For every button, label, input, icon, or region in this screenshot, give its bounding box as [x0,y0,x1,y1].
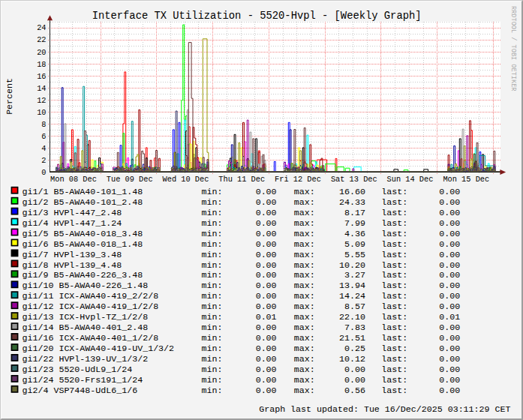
svg-text:max:: max: [294,312,315,322]
svg-text:20: 20 [37,48,46,57]
svg-text:0.00: 0.00 [256,280,277,290]
svg-text:min:: min: [202,344,223,353]
svg-text:last:: last: [381,187,407,196]
svg-text:0.00: 0.00 [439,333,460,343]
svg-text:min:: min: [202,364,223,374]
svg-text:last:: last: [381,354,407,364]
svg-text:0.01: 0.01 [256,312,277,322]
svg-text:7.99: 7.99 [344,218,365,228]
svg-text:0.25: 0.25 [344,344,365,353]
svg-text:0.00: 0.00 [439,354,460,364]
svg-text:24: 24 [37,23,46,32]
svg-text:22: 22 [37,35,46,44]
svg-text:gi1/7 HVPl-139_3.48: gi1/7 HVPl-139_3.48 [23,250,122,260]
svg-text:last:: last: [381,280,407,290]
svg-text:5.55: 5.55 [344,250,365,260]
svg-text:0.56: 0.56 [344,386,365,395]
svg-text:last:: last: [381,208,407,218]
svg-text:Wed 10 Dec: Wed 10 Dec [163,175,209,184]
svg-text:min:: min: [202,197,223,207]
svg-text:max:: max: [294,229,315,238]
svg-text:last:: last: [381,322,407,332]
svg-text:8.57: 8.57 [344,302,365,311]
svg-text:gi1/14 B5-AWA40-401_2.48: gi1/14 B5-AWA40-401_2.48 [23,322,149,332]
svg-text:0.00: 0.00 [256,386,277,395]
svg-text:last:: last: [381,375,407,385]
svg-text:8: 8 [41,120,46,129]
svg-text:12: 12 [37,96,46,105]
svg-text:0.00: 0.00 [256,302,277,311]
svg-text:0.00: 0.00 [256,250,277,260]
svg-text:0.00: 0.00 [256,239,277,249]
svg-text:min:: min: [202,280,223,290]
svg-text:Interface TX Utilization - 552: Interface TX Utilization - 5520-Hvpl - [… [92,10,422,22]
svg-text:2: 2 [41,156,46,165]
svg-text:min:: min: [202,208,223,218]
svg-text:max:: max: [294,197,315,207]
svg-text:0.00: 0.00 [439,364,460,374]
svg-text:last:: last: [381,250,407,260]
svg-text:0.00: 0.00 [439,218,460,228]
svg-text:0.00: 0.00 [439,187,460,196]
svg-text:gi1/16 ICX-AWA40-401_1/2/8: gi1/16 ICX-AWA40-401_1/2/8 [23,333,159,343]
svg-text:Graph last updated: Tue 16/Dec: Graph last updated: Tue 16/Dec/2025 03:1… [259,404,510,414]
svg-text:21.51: 21.51 [339,333,365,343]
svg-text:10: 10 [37,108,46,117]
svg-text:min:: min: [202,250,223,260]
svg-text:13.94: 13.94 [339,280,365,290]
svg-text:max:: max: [294,386,315,395]
svg-text:max:: max: [294,291,315,301]
svg-text:max:: max: [294,218,315,228]
svg-text:gi1/9 B5-AWA40-226_3.48: gi1/9 B5-AWA40-226_3.48 [23,270,143,280]
svg-text:0.00: 0.00 [439,239,460,249]
svg-text:0.00: 0.00 [256,375,277,385]
svg-text:min:: min: [202,218,223,228]
svg-text:max:: max: [294,208,315,218]
svg-text:last:: last: [381,312,407,322]
svg-text:gi1/13 ICX-Hvpl-TZ_1/2/8: gi1/13 ICX-Hvpl-TZ_1/2/8 [23,312,149,322]
svg-text:0.00: 0.00 [439,375,460,385]
svg-text:max:: max: [294,260,315,270]
svg-text:min:: min: [202,354,223,364]
svg-text:0.00: 0.00 [256,344,277,353]
svg-text:min:: min: [202,312,223,322]
svg-text:last:: last: [381,239,407,249]
svg-text:8.17: 8.17 [344,208,365,218]
svg-text:last:: last: [381,302,407,311]
svg-text:0.00: 0.00 [439,208,460,218]
svg-text:0.00: 0.00 [344,364,365,374]
svg-text:min:: min: [202,386,223,395]
svg-text:Sat 13 Dec: Sat 13 Dec [331,175,377,184]
svg-text:14.24: 14.24 [339,291,365,301]
svg-text:max:: max: [294,322,315,332]
svg-text:0.00: 0.00 [439,280,460,290]
svg-text:max:: max: [294,187,315,196]
svg-text:RRDTOOL / TOBI OETIKER: RRDTOOL / TOBI OETIKER [509,6,517,91]
svg-text:max:: max: [294,354,315,364]
svg-text:0.00: 0.00 [439,197,460,207]
svg-text:16.60: 16.60 [339,187,365,196]
svg-text:gi1/2 B5-AWA40-101_2.48: gi1/2 B5-AWA40-101_2.48 [23,197,143,207]
svg-text:Tue 09 Dec: Tue 09 Dec [107,175,153,184]
svg-text:Percent: Percent [5,78,14,115]
svg-text:max:: max: [294,280,315,290]
svg-text:10.20: 10.20 [339,260,365,270]
svg-text:min:: min: [202,333,223,343]
svg-text:min:: min: [202,291,223,301]
svg-text:4: 4 [41,144,46,153]
svg-text:Sun 14 Dec: Sun 14 Dec [387,175,434,184]
svg-text:gi1/8 HVPl-139_4.48: gi1/8 HVPl-139_4.48 [23,260,122,270]
svg-text:gi1/10 B5-AWA40-226_1.48: gi1/10 B5-AWA40-226_1.48 [23,280,149,290]
svg-text:last:: last: [381,260,407,270]
svg-text:0.00: 0.00 [256,208,277,218]
svg-text:0.00: 0.00 [256,218,277,228]
svg-text:gi1/1 B5-AWA40-101_1.48: gi1/1 B5-AWA40-101_1.48 [23,187,143,196]
svg-text:last:: last: [381,229,407,238]
svg-text:min:: min: [202,302,223,311]
svg-text:0.00: 0.00 [256,291,277,301]
svg-text:min:: min: [202,229,223,238]
svg-text:14: 14 [37,84,46,93]
svg-text:0.01: 0.01 [439,312,460,322]
svg-text:0.00: 0.00 [439,344,460,353]
svg-text:0.00: 0.00 [439,291,460,301]
